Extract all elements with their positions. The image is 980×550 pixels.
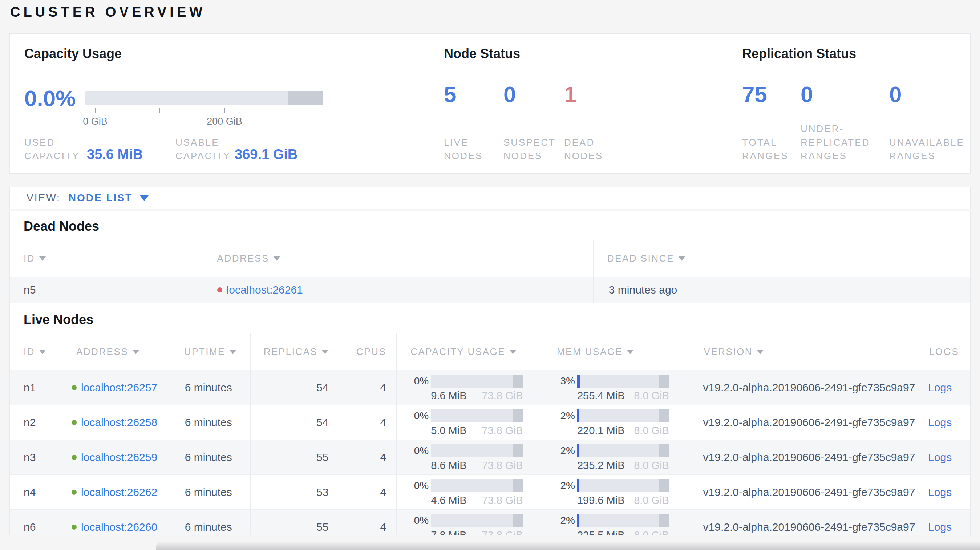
- node-address-cell: localhost:26257: [62, 370, 170, 405]
- column-header-label: ID: [24, 253, 35, 264]
- column-header-label: DEAD SINCE: [607, 253, 674, 264]
- usage-bar-dark-segment: [659, 444, 669, 457]
- uptime-cell: 6 minutes: [170, 405, 251, 440]
- axis-tick-label: 0 GiB: [83, 116, 108, 127]
- column-header-address[interactable]: ADDRESS: [62, 334, 170, 370]
- capacity-usage-cell: 0%7.8 MiB73.8 GiB: [397, 510, 543, 536]
- usage-bar-dark-segment: [659, 375, 669, 388]
- column-header-label: CPUS: [356, 346, 386, 358]
- column-header-dead-since[interactable]: DEAD SINCE: [593, 240, 970, 277]
- column-header-mem-usage[interactable]: MEM USAGE: [543, 334, 690, 370]
- capacity-usage-cell: 0%4.6 MiB73.8 GiB: [397, 475, 543, 509]
- uptime-cell: 6 minutes: [170, 440, 251, 474]
- stat-label: LIVE NODES: [444, 136, 487, 163]
- column-header-uptime[interactable]: UPTIME: [170, 334, 251, 370]
- usable-capacity-value: 369.1 GiB: [235, 147, 298, 162]
- version-cell: v19.2.0-alpha.20190606-2491-gfe735c9a97: [690, 475, 916, 509]
- mem-usage-cell: 2%199.6 MiB8.0 GiB: [543, 475, 690, 509]
- view-bar: VIEW: NODE LIST: [10, 187, 970, 209]
- usage-bar-dark-segment: [513, 479, 523, 492]
- column-header-address[interactable]: ADDRESS: [204, 240, 593, 277]
- usage-total-value: 8.0 GiB: [634, 494, 669, 506]
- column-header-cpus: CPUS: [340, 334, 397, 370]
- usage-percent: 0%: [397, 445, 429, 457]
- capacity-percent: 0.0%: [24, 85, 76, 111]
- cpus-cell: 4: [340, 370, 397, 405]
- version-cell: v19.2.0-alpha.20190606-2491-gfe735c9a97: [690, 405, 916, 440]
- view-selector-dropdown[interactable]: NODE LIST: [68, 192, 149, 204]
- dropdown-caret-icon: [140, 196, 149, 201]
- sort-desc-icon: [274, 256, 280, 261]
- usage-bar: [577, 444, 669, 457]
- cpus-cell: 4: [340, 405, 397, 440]
- window-bottom-shadow: [156, 541, 980, 550]
- logs-link[interactable]: Logs: [928, 521, 952, 533]
- usage-percent: 2%: [543, 445, 575, 457]
- live-node-dot-icon: [72, 455, 76, 460]
- logs-cell: Logs: [915, 510, 970, 536]
- usage-values-line: 235.2 MiB8.0 GiB: [577, 459, 669, 472]
- column-header-label: UPTIME: [184, 346, 225, 358]
- usage-values-line: 8.6 MiB73.8 GiB: [431, 459, 523, 472]
- usage-values-line: 225.5 MiB8.0 GiB: [577, 529, 669, 536]
- version-cell: v19.2.0-alpha.20190606-2491-gfe735c9a97: [690, 510, 916, 536]
- logs-link[interactable]: Logs: [928, 486, 952, 498]
- usage-values-line: 199.6 MiB8.0 GiB: [577, 494, 669, 506]
- used-capacity-label: USED CAPACITY: [24, 136, 88, 163]
- node-address-link[interactable]: localhost:26261: [227, 284, 303, 296]
- table-row: n1localhost:262576 minutes5440%9.6 MiB73…: [10, 370, 970, 405]
- replication-status-title: Replication Status: [742, 46, 856, 61]
- usage-bar-dark-segment: [513, 514, 523, 527]
- usage-bar-line: 2%: [543, 444, 690, 457]
- usage-bar-dark-segment: [513, 409, 523, 423]
- uptime-cell: 6 minutes: [170, 475, 251, 509]
- logs-link[interactable]: Logs: [928, 451, 952, 464]
- node-address-link[interactable]: localhost:26259: [81, 451, 157, 464]
- usage-bar-dark-segment: [659, 479, 669, 492]
- usage-bar-line: 0%: [397, 514, 542, 527]
- node-address-link[interactable]: localhost:26257: [81, 382, 157, 394]
- column-header-id[interactable]: ID: [10, 240, 204, 277]
- dead-nodes-heading: Dead Nodes: [10, 211, 970, 240]
- usage-used-value: 199.6 MiB: [577, 494, 625, 506]
- usage-bar-line: 2%: [543, 409, 690, 423]
- usage-values-line: 220.1 MiB8.0 GiB: [577, 424, 669, 437]
- usage-used-value: 4.6 MiB: [431, 494, 466, 506]
- usage-bar: [577, 479, 669, 492]
- usage-bar: [431, 514, 523, 527]
- stat-label: SUSPECT NODES: [503, 136, 563, 163]
- node-address-link[interactable]: localhost:26262: [81, 486, 157, 498]
- column-header-label: ID: [24, 346, 35, 358]
- logs-link[interactable]: Logs: [928, 382, 952, 394]
- usage-values-line: 4.6 MiB73.8 GiB: [431, 494, 523, 506]
- column-header-id[interactable]: ID: [10, 334, 62, 370]
- capacity-usage-bar: [84, 91, 323, 105]
- usage-used-value: 9.6 MiB: [431, 390, 466, 402]
- usage-values-line: 9.6 MiB73.8 GiB: [431, 390, 523, 402]
- node-address-cell: localhost:26261: [204, 277, 593, 303]
- page-title: CLUSTER OVERVIEW: [10, 4, 205, 20]
- column-header-capacity-usage[interactable]: CAPACITY USAGE: [397, 334, 543, 370]
- logs-link[interactable]: Logs: [928, 416, 952, 429]
- view-selected-value[interactable]: NODE LIST: [68, 192, 132, 204]
- uptime-cell: 6 minutes: [170, 370, 251, 405]
- usage-total-value: 8.0 GiB: [634, 390, 669, 402]
- dead-nodes-table-header: IDADDRESSDEAD SINCE: [10, 240, 970, 277]
- stat-column: 5LIVE NODES: [444, 83, 487, 163]
- column-header-label: MEM USAGE: [557, 346, 622, 358]
- usage-bar: [577, 514, 669, 527]
- usage-used-value: 255.4 MiB: [577, 390, 625, 402]
- usage-percent: 2%: [543, 410, 575, 422]
- usage-total-value: 73.8 GiB: [482, 529, 523, 536]
- node-address-link[interactable]: localhost:26260: [81, 521, 157, 533]
- column-header-replicas[interactable]: REPLICAS: [251, 334, 341, 370]
- stat-value: 0: [889, 83, 978, 106]
- column-header-version[interactable]: VERSION: [690, 334, 916, 370]
- mem-usage-cell: 2%225.5 MiB8.0 GiB: [543, 510, 690, 536]
- column-header-label: CAPACITY USAGE: [410, 346, 505, 358]
- capacity-usage-cell: 0%9.6 MiB73.8 GiB: [397, 370, 543, 405]
- usage-total-value: 8.0 GiB: [634, 459, 669, 472]
- dead-node-dot-icon: [217, 287, 222, 292]
- axis-tick: [289, 108, 290, 113]
- node-address-link[interactable]: localhost:26258: [81, 416, 157, 429]
